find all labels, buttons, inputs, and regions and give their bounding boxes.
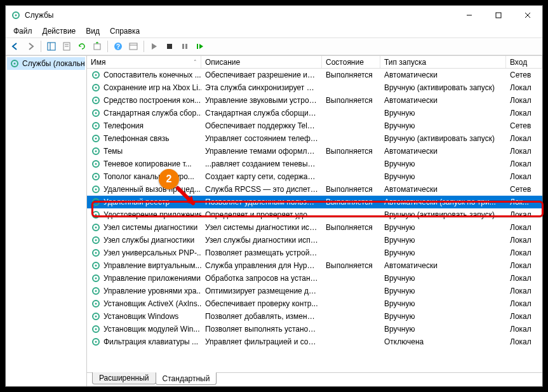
service-row[interactable]: Теневое копирование т......равляет созда…	[87, 158, 542, 170]
cell-name: Управление приложениями	[87, 273, 201, 284]
tab-extended[interactable]: Расширенный	[92, 372, 156, 384]
gear-icon	[91, 299, 101, 309]
cell-logon: Локал	[506, 324, 542, 334]
services-list[interactable]: Сопоставитель конечных ...Обеспечивает р…	[87, 69, 542, 372]
cell-name: Темы	[87, 145, 201, 157]
service-row[interactable]: Управление приложениямиОбработка запросо…	[87, 272, 542, 285]
cell-desc: Эта служба синхронизирует да...	[201, 83, 322, 93]
cell-name: Теневое копирование т...	[87, 158, 201, 170]
svg-point-35	[95, 151, 97, 152]
service-row[interactable]: Сохранение игр на Xbox Li...Эта служба с…	[87, 81, 542, 94]
tree-node-services-local[interactable]: Службы (локальные)	[7, 57, 85, 70]
cell-desc: Управление звуковыми устрой...	[201, 95, 322, 105]
col-header-desc[interactable]: Описание	[201, 56, 322, 68]
cell-name: Телефонная связь	[87, 133, 201, 144]
service-row[interactable]: Удостоверение приложенияОпределяет и про…	[87, 208, 542, 221]
maximize-button[interactable]	[484, 6, 513, 25]
service-row[interactable]: Установщик WindowsПозволяет добавлять, и…	[87, 310, 542, 323]
col-header-start[interactable]: Тип запуска	[380, 56, 506, 68]
cell-desc: Стандартная служба сборщика...	[201, 108, 322, 118]
cell-name: Сопоставитель конечных ...	[87, 69, 201, 81]
col-header-state[interactable]: Состояние	[322, 56, 380, 68]
col-header-logon[interactable]: Вход	[506, 56, 542, 68]
service-row[interactable]: Удаленный реестрПозволяет удаленным поль…	[87, 196, 542, 208]
gear-icon	[91, 146, 101, 156]
restart-icon	[196, 43, 204, 50]
cell-name: Сохранение игр на Xbox Li...	[87, 82, 201, 93]
minimize-button[interactable]	[455, 6, 484, 25]
cell-name: Установщик модулей Win...	[87, 323, 201, 335]
service-row[interactable]: Установщик модулей Win...Позволяет выпол…	[87, 323, 542, 335]
service-row[interactable]: Удаленный вызов процед...Служба RPCSS — …	[87, 183, 542, 196]
service-row[interactable]: Стандартная служба сбор...Стандартная сл…	[87, 107, 542, 119]
restart-service-button[interactable]	[193, 39, 207, 53]
svg-point-59	[95, 303, 97, 305]
service-row[interactable]: ТемыУправление темами оформлен...Выполня…	[87, 145, 542, 158]
stop-service-button[interactable]	[163, 39, 177, 53]
cell-start: Вручную	[380, 324, 506, 334]
cell-start: Автоматически	[380, 260, 506, 271]
gear-icon	[91, 235, 101, 245]
treeview-button[interactable]	[44, 39, 58, 53]
cell-name: Удаленный реестр	[87, 196, 201, 208]
cell-state	[322, 87, 380, 88]
properties-button[interactable]	[60, 39, 74, 53]
service-row[interactable]: ТелефонияОбеспечивает поддержку Telep...…	[87, 119, 542, 132]
cell-desc: Создает карту сети, содержащу...	[201, 172, 322, 182]
forward-button[interactable]	[23, 39, 37, 53]
menu-view[interactable]: Вид	[81, 25, 105, 37]
service-row[interactable]: Тополог канального уро...Создает карту с…	[87, 170, 542, 183]
service-row[interactable]: Установщик ActiveX (AxIns...Обеспечивает…	[87, 297, 542, 310]
cell-desc: Позволяет добавлять, изменят...	[201, 311, 322, 321]
cell-logon: Локал	[506, 108, 542, 118]
cell-name: Фильтрация клавиатуры ...	[87, 336, 201, 348]
col-header-name[interactable]: Имя˄	[87, 56, 201, 68]
cell-name: Средство построения кон...	[87, 95, 201, 106]
help-button[interactable]: ?	[111, 39, 125, 53]
service-row[interactable]: Сопоставитель конечных ...Обеспечивает р…	[87, 69, 542, 81]
cell-start: Автоматически (запуск по три...	[380, 197, 506, 207]
service-row[interactable]: Узел службы диагностикиУзел службы диагн…	[87, 234, 542, 247]
cell-start: Вручную	[380, 159, 506, 169]
menu-action[interactable]: Действие	[37, 25, 81, 37]
cell-state: Выполняется	[322, 70, 380, 80]
cell-state	[322, 278, 380, 279]
start-service-button[interactable]	[147, 39, 161, 53]
svg-point-31	[95, 125, 97, 127]
refresh-button[interactable]	[75, 39, 89, 53]
cell-logon: Локал	[506, 235, 542, 245]
svg-text:?: ?	[116, 43, 120, 50]
service-row[interactable]: Управление уровнями хра...Оптимизирует р…	[87, 285, 542, 297]
service-row[interactable]: Фильтрация клавиатуры ...Управляет фильт…	[87, 335, 542, 348]
cell-start: Автоматически	[380, 146, 506, 156]
menu-help[interactable]: Справка	[105, 25, 145, 37]
svg-rect-19	[197, 44, 198, 49]
service-row[interactable]: Средство построения кон...Управление зву…	[87, 94, 542, 107]
menu-file[interactable]: Файл	[8, 25, 37, 37]
cell-state: Выполняется	[322, 260, 380, 271]
arrow-right-icon	[26, 42, 35, 51]
service-row[interactable]: Телефонная связьУправляет состоянием тел…	[87, 132, 542, 145]
service-row[interactable]: Узел универсальных PNP-...Позволяет разм…	[87, 247, 542, 259]
cell-desc: Узел службы диагностики испо...	[201, 235, 322, 245]
detail-button[interactable]	[126, 39, 140, 53]
svg-point-21	[14, 63, 16, 65]
export-button[interactable]	[90, 39, 104, 53]
help-icon: ?	[114, 42, 123, 51]
close-button[interactable]	[513, 6, 542, 25]
pause-service-button[interactable]	[178, 39, 192, 53]
arrow-left-icon	[11, 42, 20, 51]
cell-state: Выполняется	[322, 197, 380, 207]
svg-point-23	[95, 74, 97, 76]
back-button[interactable]	[8, 39, 22, 53]
svg-point-53	[95, 265, 97, 267]
gear-icon	[91, 337, 101, 347]
tree-sidebar[interactable]: Службы (локальные)	[6, 56, 87, 386]
svg-point-61	[95, 316, 97, 318]
cell-desc: Обработка запросов на устано...	[201, 273, 322, 283]
cell-name: Управление уровнями хра...	[87, 285, 201, 297]
cell-start: Автоматически	[380, 184, 506, 194]
service-row[interactable]: Узел системы диагностикиУзел системы диа…	[87, 221, 542, 234]
service-row[interactable]: Управление виртуальным...Служба управлен…	[87, 259, 542, 272]
tab-standard[interactable]: Стандартный	[156, 372, 217, 385]
